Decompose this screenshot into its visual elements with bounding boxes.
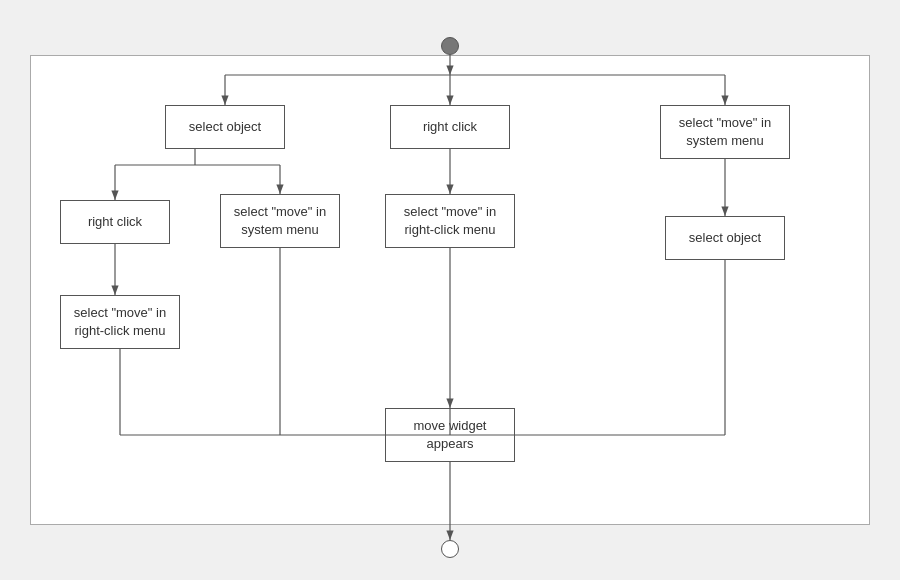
select-move-system-right-box: select "move" in system menu <box>660 105 790 159</box>
right-click-center-box: right click <box>390 105 510 149</box>
start-circle <box>441 37 459 55</box>
select-object-box: select object <box>165 105 285 149</box>
right-click-left-box: right click <box>60 200 170 244</box>
diagram-container: select object right click select "move" … <box>0 0 900 580</box>
move-widget-appears-box: move widget appears <box>385 408 515 462</box>
select-object-right-box: select object <box>665 216 785 260</box>
select-move-system-left-box: select "move" in system menu <box>220 194 340 248</box>
select-move-rightclick-left-box: select "move" in right-click menu <box>60 295 180 349</box>
select-move-rightclick-center-box: select "move" in right-click menu <box>385 194 515 248</box>
end-circle <box>441 540 459 558</box>
